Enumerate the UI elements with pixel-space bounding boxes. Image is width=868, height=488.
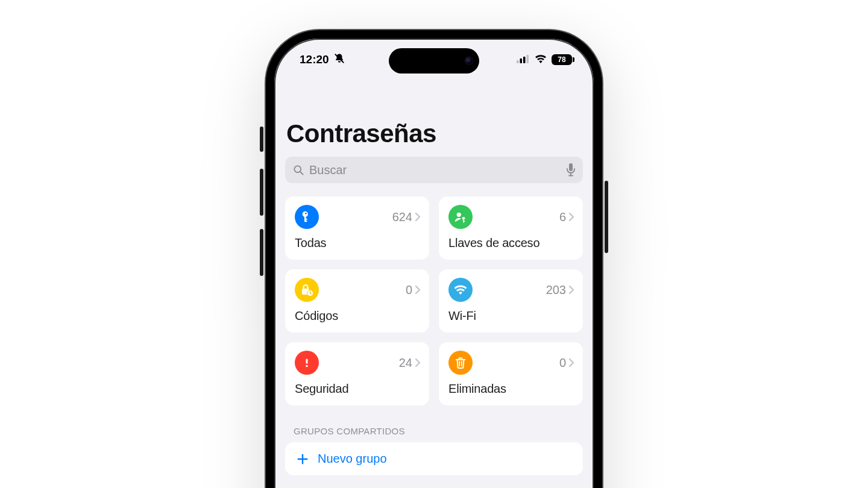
tile-label: Llaves de acceso: [448, 236, 574, 250]
tile-deleted[interactable]: 0 Eliminadas: [439, 342, 583, 405]
person-key-icon: [448, 205, 473, 229]
svg-rect-1: [517, 60, 519, 63]
svg-rect-3: [523, 57, 526, 63]
mic-icon[interactable]: [566, 163, 576, 177]
tile-codes[interactable]: 0 Códigos: [285, 269, 429, 333]
tile-count: 624: [392, 210, 412, 224]
chevron-right-icon: [568, 285, 574, 295]
svg-rect-13: [304, 219, 307, 220]
tile-count: 203: [546, 283, 566, 297]
dynamic-island: [389, 48, 479, 74]
svg-rect-18: [463, 221, 465, 221]
shared-groups-header: Grupos compartidos: [285, 426, 583, 436]
tile-label: Códigos: [295, 309, 421, 323]
chevron-right-icon: [415, 212, 421, 222]
front-camera: [465, 57, 473, 65]
svg-point-15: [457, 213, 461, 217]
new-group-label: Nuevo grupo: [318, 452, 387, 466]
trash-icon: [448, 351, 473, 375]
chevron-right-icon: [415, 285, 421, 295]
tile-label: Wi-Fi: [448, 309, 574, 323]
svg-rect-14: [304, 221, 307, 222]
tile-security[interactable]: 24 Seguridad: [285, 342, 429, 405]
tile-label: Seguridad: [295, 382, 421, 396]
tile-label: Eliminadas: [448, 382, 574, 396]
svg-point-16: [462, 217, 465, 220]
page-title: Contraseñas: [285, 119, 583, 148]
key-icon: [295, 205, 319, 229]
svg-line-6: [300, 172, 303, 175]
svg-rect-2: [520, 58, 523, 63]
phone-frame: 12:20 78: [266, 30, 602, 488]
chevron-right-icon: [415, 358, 421, 368]
tile-count: 6: [559, 210, 566, 224]
search-field[interactable]: [285, 157, 583, 183]
svg-rect-4: [527, 55, 529, 63]
chevron-right-icon: [568, 212, 574, 222]
wifi-icon: [448, 278, 473, 302]
tile-label: Todas: [295, 236, 421, 250]
chevron-right-icon: [568, 358, 574, 368]
new-group-button[interactable]: Nuevo grupo: [285, 442, 583, 475]
lock-clock-icon: [295, 278, 319, 302]
tile-passkeys[interactable]: 6 Llaves de acceso: [439, 196, 583, 260]
category-grid: 624 Todas 6: [285, 196, 583, 405]
cellular-icon: [517, 53, 530, 66]
tile-count: 0: [406, 283, 412, 297]
tile-count: 0: [559, 356, 566, 370]
svg-rect-7: [569, 163, 573, 171]
tile-all[interactable]: 624 Todas: [285, 196, 429, 260]
alert-icon: [295, 351, 319, 375]
tile-wifi[interactable]: 203 Wi-Fi: [439, 269, 583, 333]
search-input[interactable]: [304, 163, 566, 177]
battery-level: 78: [558, 55, 565, 64]
tile-count: 24: [399, 356, 412, 370]
svg-point-23: [306, 365, 308, 368]
svg-point-11: [305, 213, 307, 214]
status-time: 12:20: [300, 53, 329, 66]
search-icon: [292, 164, 304, 176]
wifi-status-icon: [535, 53, 547, 66]
notifications-silenced-icon: [334, 53, 345, 67]
plus-icon: [296, 452, 309, 466]
battery-indicator: 78: [552, 54, 572, 65]
svg-rect-22: [306, 359, 308, 364]
